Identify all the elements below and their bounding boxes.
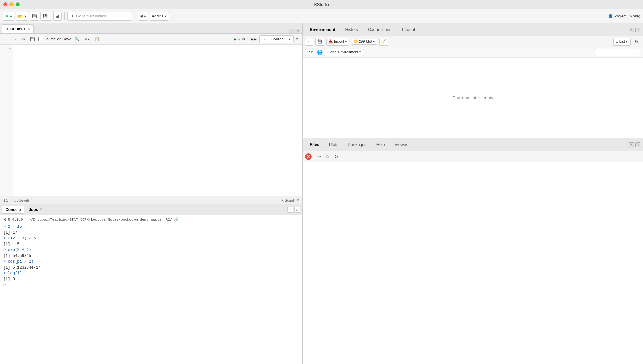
tab-viewer[interactable]: Viewer — [390, 139, 412, 150]
tab-packages[interactable]: Packages — [344, 139, 371, 150]
console-content[interactable]: R R 4.1.0 · ~/Dropbox/Teaching/STAT 507X… — [0, 215, 302, 364]
text-cursor — [16, 47, 16, 52]
editor-save-button[interactable]: 💾 — [28, 35, 37, 43]
nav-back-button[interactable]: ← — [2, 35, 10, 43]
editor-tab-close[interactable]: ✕ — [28, 27, 30, 31]
pencil-button[interactable]: ✏ — [316, 153, 323, 160]
maximize-button[interactable] — [16, 2, 20, 6]
new-file-button[interactable]: ✦ ▾ — [3, 12, 14, 21]
save-button[interactable]: 💾 — [30, 12, 39, 21]
go-to-file-input[interactable]: ⬆ Go to file/function — [67, 12, 132, 21]
console-prompt-line[interactable]: > — [3, 282, 299, 288]
close-button[interactable] — [3, 2, 7, 6]
jobs-tab[interactable]: Jobs ✕ — [26, 206, 46, 214]
import-icon: 📥 — [328, 39, 333, 44]
code-editor[interactable]: 1 — [0, 45, 302, 196]
copy-path-button[interactable]: ⧉ — [20, 35, 27, 43]
source-on-save-label: Source on Save — [44, 37, 71, 41]
code-tools-button[interactable]: ✏▾ — [83, 35, 92, 43]
console-tab[interactable]: Console — [2, 206, 24, 214]
env-minimize-btn[interactable]: − — [629, 28, 634, 32]
files-window-controls: − □ — [629, 142, 640, 147]
tab-connections[interactable]: Connections — [363, 25, 396, 35]
console-maximize-btn[interactable]: □ — [294, 207, 300, 213]
r-language-button[interactable]: R ▾ — [305, 49, 315, 56]
source-label-button[interactable]: Source — [269, 35, 286, 43]
files-refresh-button[interactable]: ↻ — [332, 153, 340, 160]
traffic-lights[interactable] — [3, 2, 20, 6]
link-icon: 🔗 — [174, 217, 179, 223]
jobs-tab-close[interactable]: ✕ — [40, 208, 42, 211]
editor-tab-untitled1[interactable]: R Untitled1 ✕ — [2, 24, 34, 33]
source-dropdown-button[interactable]: ▾ — [286, 35, 293, 43]
global-env-button[interactable]: Global Environment ▾ — [324, 49, 364, 56]
env-pane-tabs: Environment History Connections Tutorial… — [303, 23, 643, 36]
delete-button[interactable]: ✕ — [305, 153, 312, 160]
viewer-button[interactable]: 📋 — [93, 35, 102, 43]
source-on-save-checkbox[interactable] — [38, 37, 42, 41]
editor-menu-button[interactable]: ≡ — [294, 35, 300, 43]
tab-history[interactable]: History — [340, 25, 362, 35]
console-line-2: > (12 - 3) / 6 — [3, 236, 299, 241]
env-search-input[interactable] — [595, 49, 640, 56]
files-pane: Files Plots Packages Help Viewer − □ — [303, 138, 643, 364]
nav-forward-button[interactable]: → — [11, 35, 19, 43]
addins-label: Addins ▾ — [152, 14, 167, 18]
tab-tutorial[interactable]: Tutorial — [396, 25, 419, 35]
working-dir: ~/Dropbox/Teaching/STAT 507X/Lecture Not… — [29, 217, 172, 223]
console-output-4: [1] 6.123234e-17 — [3, 265, 299, 270]
editor-pane: R Untitled1 ✕ − □ ← → ⧉ 💾 — [0, 23, 302, 204]
editor-minimize-btn[interactable]: − — [289, 29, 294, 33]
env-back-button[interactable]: ← — [305, 38, 313, 46]
window-title: RStudio — [314, 2, 329, 7]
import-label: Import ▾ — [334, 39, 347, 44]
print-button[interactable]: 🖨 — [53, 12, 62, 21]
save-all-button[interactable]: 💾+ — [40, 12, 52, 21]
code-level[interactable]: (Top Level) — [11, 198, 29, 202]
tab-environment[interactable]: Environment — [305, 25, 340, 35]
env-broom-button[interactable]: 🧹 — [379, 38, 388, 46]
console-tab-label: Console — [6, 207, 21, 212]
connections-tab-label: Connections — [368, 27, 391, 32]
files-minimize-btn[interactable]: − — [629, 142, 634, 147]
status-bar: 1:1 (Top Level) R Script ▾ — [0, 196, 302, 204]
env-import-button[interactable]: 📥 Import ▾ — [326, 38, 349, 46]
env-save-button[interactable]: 💾 — [315, 38, 324, 46]
console-output-3: [1] 54.59815 — [3, 253, 299, 259]
editor-maximize-btn[interactable]: □ — [295, 29, 300, 33]
goto-arrow-icon: ⬆ — [71, 14, 74, 18]
run-button[interactable]: ▶ Run — [230, 35, 248, 43]
tab-plots[interactable]: Plots — [325, 139, 343, 150]
source-arrow-button[interactable]: → — [260, 35, 269, 43]
minimize-button[interactable] — [9, 2, 14, 6]
code-area[interactable] — [13, 45, 302, 196]
layout-button[interactable]: ⊞ ▾ — [138, 12, 148, 21]
open-button[interactable]: 📂 ▾ — [16, 12, 28, 21]
right-panel: Environment History Connections Tutorial… — [303, 23, 643, 364]
left-panel: R Untitled1 ✕ − □ ← → ⧉ 💾 — [0, 23, 303, 364]
files-maximize-btn[interactable]: □ — [635, 142, 640, 147]
editor-search-button[interactable]: 🔍 — [72, 35, 81, 43]
files-content — [303, 162, 643, 364]
viewer-tab-label: Viewer — [394, 142, 407, 147]
memory-badge[interactable]: 🔆 299 MiB ▾ — [351, 39, 377, 45]
tab-files[interactable]: Files — [305, 139, 324, 150]
source-on-save-option: Source on Save — [38, 37, 71, 41]
list-button[interactable]: ≡ List ▾ — [613, 38, 631, 46]
script-type[interactable]: R Script — [281, 198, 294, 202]
r-lang-label: R ▾ — [307, 50, 313, 54]
tab-help[interactable]: Help — [372, 139, 390, 150]
copy-button[interactable]: ⧉ — [324, 153, 331, 160]
env-maximize-btn[interactable]: □ — [635, 28, 640, 32]
save-all-icon: 💾+ — [43, 14, 50, 18]
tutorial-tab-label: Tutorial — [401, 27, 415, 32]
memory-icon: 🔆 — [353, 39, 358, 44]
console-minimize-btn[interactable]: − — [287, 207, 293, 213]
layout-icon: ⊞ — [140, 14, 143, 18]
line-numbers: 1 — [0, 45, 13, 196]
env-refresh-button[interactable]: ↻ — [633, 38, 640, 46]
addins-button[interactable]: Addins ▾ — [150, 12, 169, 21]
toolbar-separator-2 — [135, 12, 135, 20]
layout-chevron: ▾ — [144, 14, 146, 18]
run-all-button[interactable]: ▶▶ — [249, 35, 259, 43]
